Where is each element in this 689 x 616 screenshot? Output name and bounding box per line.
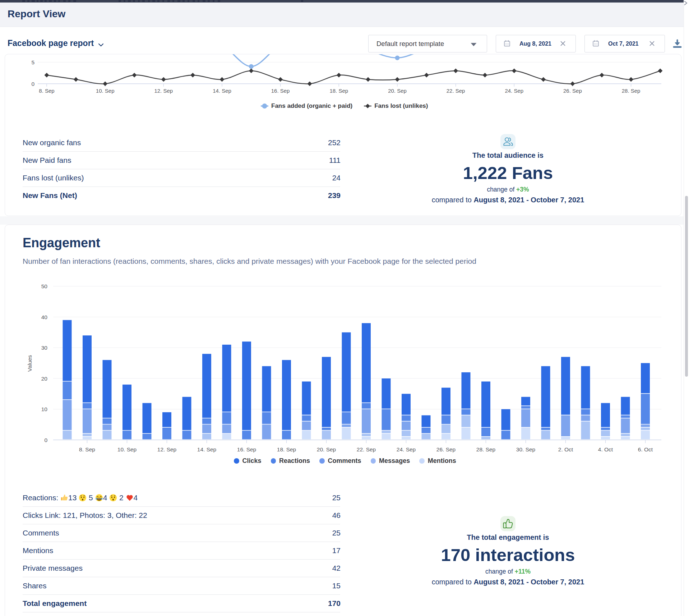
svg-text:0: 0 bbox=[31, 81, 34, 87]
svg-text:20. Sep: 20. Sep bbox=[317, 446, 336, 452]
svg-text:20: 20 bbox=[41, 376, 48, 382]
svg-text:16. Sep: 16. Sep bbox=[271, 88, 290, 94]
svg-text:24. Sep: 24. Sep bbox=[505, 88, 523, 94]
svg-text:2. Oct: 2. Oct bbox=[558, 446, 573, 452]
svg-text:28. Sep: 28. Sep bbox=[476, 446, 495, 452]
svg-text:22. Sep: 22. Sep bbox=[447, 88, 465, 94]
svg-text:10: 10 bbox=[41, 406, 48, 412]
svg-text:10. Sep: 10. Sep bbox=[117, 446, 137, 452]
svg-text:50: 50 bbox=[41, 283, 48, 289]
svg-text:12. Sep: 12. Sep bbox=[157, 446, 176, 452]
svg-text:10. Sep: 10. Sep bbox=[96, 88, 115, 94]
svg-text:40: 40 bbox=[41, 314, 48, 320]
svg-text:26. Sep: 26. Sep bbox=[563, 88, 582, 94]
svg-text:8. Sep: 8. Sep bbox=[39, 88, 54, 94]
svg-text:14. Sep: 14. Sep bbox=[213, 88, 231, 94]
svg-text:24. Sep: 24. Sep bbox=[397, 446, 416, 452]
svg-text:Values: Values bbox=[27, 355, 33, 372]
svg-text:20. Sep: 20. Sep bbox=[388, 88, 407, 94]
svg-text:12. Sep: 12. Sep bbox=[154, 88, 173, 94]
svg-text:30: 30 bbox=[41, 345, 48, 351]
svg-text:26. Sep: 26. Sep bbox=[436, 446, 456, 452]
svg-text:5: 5 bbox=[31, 59, 34, 65]
svg-text:4. Oct: 4. Oct bbox=[598, 446, 613, 452]
svg-text:28. Sep: 28. Sep bbox=[622, 88, 641, 94]
svg-text:18. Sep: 18. Sep bbox=[277, 446, 296, 452]
svg-text:8. Sep: 8. Sep bbox=[79, 446, 95, 452]
svg-text:16. Sep: 16. Sep bbox=[237, 446, 256, 452]
svg-text:22. Sep: 22. Sep bbox=[357, 446, 376, 452]
svg-text:18. Sep: 18. Sep bbox=[329, 88, 348, 94]
svg-text:6. Oct: 6. Oct bbox=[638, 446, 653, 452]
svg-text:30. Sep: 30. Sep bbox=[516, 446, 535, 452]
svg-text:0: 0 bbox=[44, 437, 47, 443]
svg-text:14. Sep: 14. Sep bbox=[197, 446, 216, 452]
